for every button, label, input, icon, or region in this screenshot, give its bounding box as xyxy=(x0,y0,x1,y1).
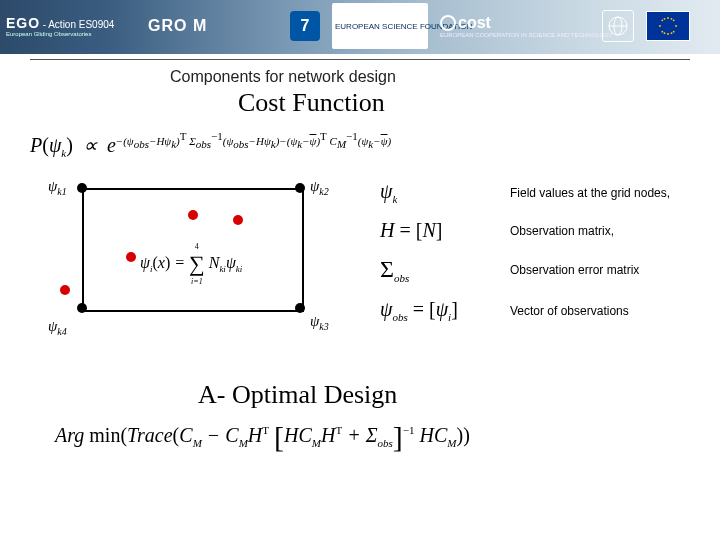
ego-sub: European Gliding Observatories xyxy=(6,31,136,37)
slide-content: Components for network design Cost Funct… xyxy=(0,60,720,540)
fp7-number: 7 xyxy=(301,17,310,35)
interpolation-formula: ψi(x) = 4 ∑ i=1 Nkiψki xyxy=(140,242,242,286)
logo-ego: EGO - Action ES0904 European Gliding Obs… xyxy=(6,6,136,46)
esf-text: EUROPEAN SCIENCE FOUNDATION xyxy=(335,22,425,31)
header-logos: EGO - Action ES0904 European Gliding Obs… xyxy=(6,4,714,48)
label-psi-k2: ψk2 xyxy=(310,178,329,197)
section-subheading: Components for network design xyxy=(170,68,396,86)
obs-node xyxy=(188,210,198,220)
node-k4 xyxy=(77,303,87,313)
def-text: Observation matrix, xyxy=(510,224,614,238)
ego-title: EGO xyxy=(6,15,40,31)
svg-point-14 xyxy=(671,32,673,34)
logo-groom: GRO M xyxy=(148,6,278,46)
def-text: Field values at the grid nodes, xyxy=(510,186,670,200)
svg-point-8 xyxy=(673,19,675,21)
svg-point-10 xyxy=(673,31,675,33)
def-observation-matrix: H = [N] Observation matrix, xyxy=(380,219,700,242)
svg-point-13 xyxy=(664,32,666,34)
obs-node xyxy=(60,285,70,295)
header-bar: EGO - Action ES0904 European Gliding Obs… xyxy=(0,0,720,54)
obs-node xyxy=(126,252,136,262)
grid-diagram: ψk1 ψk2 ψk3 ψk4 ψi(x) = 4 ∑ i=1 Nkiψki xyxy=(48,180,318,325)
svg-point-5 xyxy=(659,25,661,27)
obs-node xyxy=(233,215,243,225)
svg-point-11 xyxy=(664,18,666,20)
cost-tag: EUROPEAN COOPERATION IN SCIENCE AND TECH… xyxy=(440,32,590,38)
svg-point-7 xyxy=(661,19,663,21)
node-k2 xyxy=(295,183,305,193)
ego-action: - Action ES0904 xyxy=(43,19,115,30)
def-error-matrix: Σobs Observation error matrix xyxy=(380,256,700,284)
svg-point-6 xyxy=(675,25,677,27)
svg-point-3 xyxy=(667,17,669,19)
def-text: Vector of observations xyxy=(510,304,629,318)
argmin-formula: Arg min(Trace(CM − CMHT [HCMHT + Σobs]−1… xyxy=(55,420,470,454)
def-observations-vector: ψobs = [ψi] Vector of observations xyxy=(380,298,700,323)
definitions-list: ψk Field values at the grid nodes, H = [… xyxy=(380,180,700,337)
logo-fp7: 7 xyxy=(290,11,320,41)
label-psi-k4: ψk4 xyxy=(48,318,67,337)
node-k3 xyxy=(295,303,305,313)
label-psi-k1: ψk1 xyxy=(48,178,67,197)
probability-formula: P(ψk) ∝ e−(ψobs−Hψk)T Σobs−1(ψobs−Hψk)−(… xyxy=(30,130,391,159)
label-psi-k3: ψk3 xyxy=(310,313,329,332)
logo-cost: cost EUROPEAN COOPERATION IN SCIENCE AND… xyxy=(440,6,590,46)
cost-function-title: Cost Function xyxy=(238,88,385,118)
def-field-values: ψk Field values at the grid nodes, xyxy=(380,180,700,205)
logo-globe-icon xyxy=(602,10,634,42)
logo-eu-flag xyxy=(646,11,690,41)
svg-point-12 xyxy=(671,18,673,20)
cost-brand: cost xyxy=(458,14,491,32)
def-text: Observation error matrix xyxy=(510,263,639,277)
node-k1 xyxy=(77,183,87,193)
groom-text: GRO M xyxy=(148,17,278,35)
svg-point-9 xyxy=(661,31,663,33)
optimal-design-title: A- Optimal Design xyxy=(198,380,397,410)
logo-esf: EUROPEAN SCIENCE FOUNDATION xyxy=(332,3,428,49)
svg-point-4 xyxy=(667,33,669,35)
